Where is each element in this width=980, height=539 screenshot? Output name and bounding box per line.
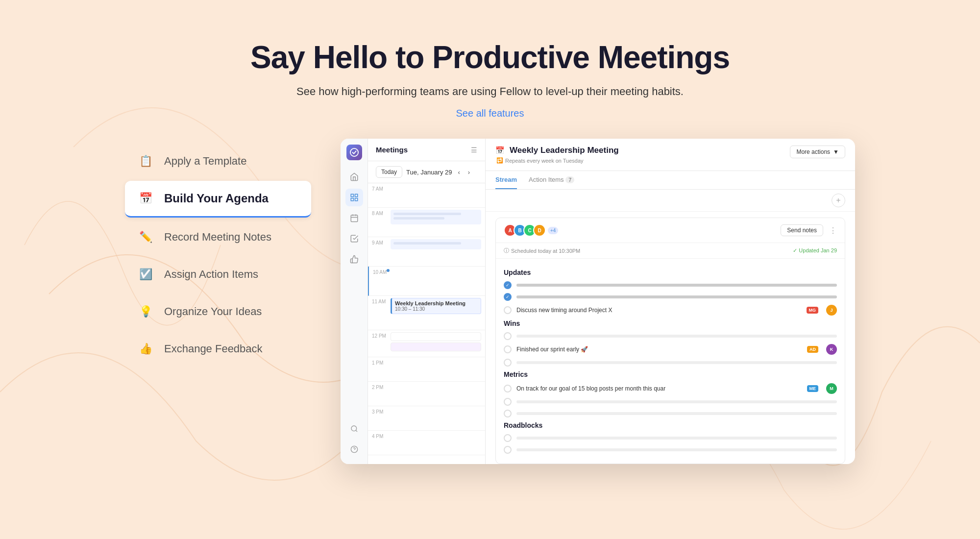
check-icon [504,345,512,353]
section-metrics: Metrics [504,370,837,378]
scheduled-text: ⓘ Scheduled today at 10:30PM [504,247,580,254]
check-icon [504,446,512,454]
sidebar-search-icon[interactable] [345,420,363,438]
app-mockup: Meetings ☰ Today Tue, January 29 ‹ › 7 A… [341,139,855,464]
calendar-nav: Today Tue, January 29 ‹ › [368,161,485,183]
time-slot-3pm: 3 PM [368,406,485,431]
calendar-body: 7 AM 8 AM 9 AM [368,183,485,464]
time-slot-9am: 9 AM [368,237,485,267]
nav-item-exchange-feedback[interactable]: 👍 Exchange Feedback [125,331,311,367]
calendar-title: Meetings [376,146,408,154]
meeting-tabs: Stream Action Items 7 [486,171,855,190]
feature-nav: 📋 Apply a Template 📅 Build Your Agenda ✏… [125,139,311,367]
today-button[interactable]: Today [376,166,402,178]
time-slot-2pm: 2 PM [368,382,485,406]
event-placeholder-1[interactable] [391,210,481,224]
card-menu-dots[interactable]: ⋮ [829,226,837,235]
nav-label-assign-actions: Assign Action Items [164,268,258,281]
check-icon [504,398,512,406]
section-updates: Updates [504,269,837,276]
sidebar-thumb-icon[interactable] [345,250,363,268]
check-icon [504,359,512,367]
agenda-item [504,332,837,340]
prev-arrow[interactable]: ‹ [456,168,462,177]
svg-rect-2 [355,194,357,196]
sidebar-check-icon[interactable] [345,230,363,247]
nav-item-record-notes[interactable]: ✏️ Record Meeting Notes [125,220,311,255]
nav-label-build-agenda: Build Your Agenda [164,192,269,205]
notes-card-header: A B C D +4 Send notes ⋮ [496,218,845,243]
see-all-features-link[interactable]: See all features [456,108,524,119]
tag-badge-ad: AD [807,346,818,353]
agenda-item [504,398,837,406]
check-icon: ✓ [504,293,512,301]
check-icon [504,332,512,340]
tab-action-items[interactable]: Action Items 7 [529,171,574,189]
meeting-body: A B C D +4 Send notes ⋮ [486,212,855,464]
nav-item-assign-actions[interactable]: ☑️ Assign Action Items [125,257,311,292]
section-roadblocks: Roadblocks [504,421,837,429]
nav-label-apply-template: Apply a Template [164,155,246,168]
sidebar-home-icon[interactable] [345,168,363,186]
hero-section: Say Hello to Productive Meetings See how… [0,0,980,139]
sidebar-calendar-icon[interactable] [345,209,363,227]
time-slot-7am: 7 AM [368,183,485,208]
time-slot-11am: 11 AM Weekly Leadership Meeting 10:30 – … [368,296,485,330]
add-button[interactable]: + [832,194,845,207]
avatar-overflow-count: +4 [548,227,558,234]
updated-text: ✓ Updated Jan 29 [793,247,837,254]
attendee-avatars: A B C D +4 [504,224,558,237]
action-items-badge: 7 [565,176,574,183]
check-icon [504,385,512,392]
agenda-icon: 📅 [137,190,154,207]
feedback-icon: 👍 [137,340,154,358]
meeting-cal-icon: 📅 [495,146,505,155]
nav-item-apply-template[interactable]: 📋 Apply a Template [125,144,311,179]
ideas-icon: 💡 [137,303,154,320]
main-content: 📋 Apply a Template 📅 Build Your Agenda ✏… [0,139,980,464]
app-logo [346,145,362,160]
agenda-item: Finished our sprint early 🚀 AD K [504,344,837,355]
time-slot-12pm: 12 PM [368,330,485,357]
event-placeholder-2[interactable] [391,239,481,249]
scheduled-row: ⓘ Scheduled today at 10:30PM ✓ Updated J… [496,243,845,259]
meeting-header: 📅 Weekly Leadership Meeting 🔁 Repeats ev… [486,139,855,171]
avatar-item: J [826,305,837,316]
svg-rect-1 [351,194,353,196]
avatar-item: M [826,383,837,394]
sidebar-help-icon[interactable] [345,441,363,458]
svg-line-10 [356,430,357,432]
sidebar-grid-icon[interactable] [345,189,363,206]
agenda-item [504,410,837,417]
time-slot-1pm: 1 PM [368,357,485,382]
calendar-panel: Meetings ☰ Today Tue, January 29 ‹ › 7 A… [368,139,486,464]
meeting-detail-panel: 📅 Weekly Leadership Meeting 🔁 Repeats ev… [486,139,855,464]
agenda-item [504,359,837,367]
weekly-leadership-meeting-event[interactable]: Weekly Leadership Meeting 10:30 – 11:30 [391,298,481,314]
app-sidebar [341,139,368,464]
send-notes-button[interactable]: Send notes [781,224,823,236]
hero-subtitle: See how high-performing teams are using … [0,85,980,98]
add-row: + [486,190,855,212]
current-time-indicator [387,269,390,272]
calendar-menu-icon[interactable]: ☰ [471,146,477,154]
check-icon [504,410,512,417]
nav-label-record-notes: Record Meeting Notes [164,231,271,244]
hero-title: Say Hello to Productive Meetings [0,39,980,75]
svg-point-0 [350,148,358,156]
notes-card: A B C D +4 Send notes ⋮ [495,218,845,464]
nav-item-organize-ideas[interactable]: 💡 Organize Your Ideas [125,294,311,329]
meeting-recurrence: 🔁 Repeats every week on Tuesday [495,157,619,164]
calendar-header: Meetings ☰ [368,139,485,161]
svg-rect-4 [351,198,353,201]
tab-stream[interactable]: Stream [495,171,517,189]
section-wins: Wins [504,319,837,327]
svg-rect-5 [351,215,358,222]
nav-item-build-agenda[interactable]: 📅 Build Your Agenda [125,181,311,218]
next-arrow[interactable]: › [466,168,472,177]
agenda-item [504,434,837,442]
more-actions-button[interactable]: More actions ▼ [790,146,845,158]
agenda-item: Discuss new timing around Project X MG J [504,305,837,316]
agenda-item: ✓ [504,293,837,301]
svg-point-9 [351,426,357,431]
